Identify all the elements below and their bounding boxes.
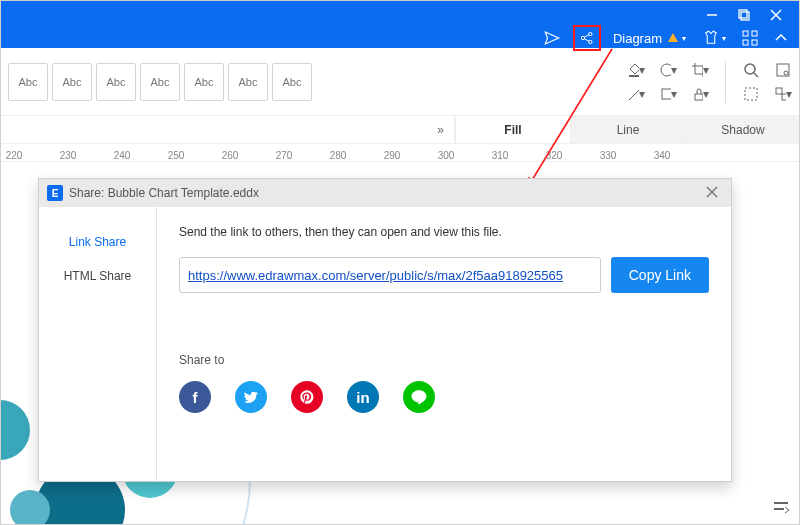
svg-point-28 <box>784 71 788 75</box>
sidebar-link-share[interactable]: Link Share <box>39 225 156 259</box>
line-icon[interactable] <box>403 381 435 413</box>
svg-rect-6 <box>739 10 747 18</box>
social-row: f in <box>179 381 709 413</box>
svg-marker-15 <box>668 33 678 42</box>
search-icon[interactable] <box>742 61 760 79</box>
dialog-header: E Share: Bubble Chart Template.eddx <box>39 179 731 207</box>
svg-rect-36 <box>774 508 784 510</box>
ruler-tick: 320 <box>544 150 564 161</box>
svg-line-26 <box>754 73 758 77</box>
svg-rect-18 <box>743 40 748 45</box>
svg-line-14 <box>584 39 589 42</box>
page-setup-icon[interactable] <box>772 497 790 515</box>
svg-point-12 <box>589 40 592 43</box>
share-link[interactable]: https://www.edrawmax.com/server/public/s… <box>188 268 563 283</box>
style-preset[interactable]: Abc <box>228 63 268 101</box>
ruler-tick: 300 <box>436 150 456 161</box>
screenshot-icon[interactable] <box>774 61 792 79</box>
ruler-tick: 330 <box>598 150 618 161</box>
style-preset[interactable]: Abc <box>52 63 92 101</box>
property-tabs: » Fill Line Shadow <box>0 116 800 144</box>
top-toolbar: Diagram ▾ ▾ <box>539 24 792 52</box>
style-preset[interactable]: Abc <box>184 63 224 101</box>
shape-icon[interactable]: ▾ <box>659 61 677 79</box>
collapse-icon[interactable] <box>770 25 792 51</box>
share-icon[interactable] <box>573 25 601 51</box>
chevron-down-icon: ▾ <box>722 34 726 43</box>
svg-point-1 <box>0 400 30 460</box>
close-button[interactable] <box>760 4 792 26</box>
svg-rect-17 <box>752 31 757 36</box>
svg-rect-20 <box>629 75 639 77</box>
style-preset[interactable]: Abc <box>96 63 136 101</box>
ruler-tick: 280 <box>328 150 348 161</box>
chevron-down-icon: ▾ <box>682 34 686 43</box>
ribbon: Abc Abc Abc Abc Abc Abc Abc ▾ ▾ ▾ ▾ ▾ ▾ … <box>0 48 800 116</box>
svg-point-25 <box>745 64 755 74</box>
linkedin-icon[interactable]: in <box>347 381 379 413</box>
twitter-icon[interactable] <box>235 381 267 413</box>
tab-shadow[interactable]: Shadow <box>685 116 800 143</box>
share-hint: Send the link to others, then they can o… <box>179 225 709 239</box>
svg-rect-23 <box>662 89 671 99</box>
dialog-close-button[interactable] <box>701 186 723 201</box>
svg-line-13 <box>584 35 589 38</box>
svg-point-21 <box>661 64 671 76</box>
expand-panel-icon[interactable]: » <box>427 116 455 143</box>
ruler-tick: 260 <box>220 150 240 161</box>
tab-line[interactable]: Line <box>570 116 685 143</box>
svg-line-22 <box>629 88 639 100</box>
sidebar-html-share[interactable]: HTML Share <box>39 259 156 293</box>
group-icon[interactable]: ▾ <box>774 85 792 103</box>
lock-icon[interactable]: ▾ <box>691 85 709 103</box>
separator <box>725 61 726 103</box>
style-preset[interactable]: Abc <box>140 63 180 101</box>
share-link-field[interactable]: https://www.edrawmax.com/server/public/s… <box>179 257 601 293</box>
style-preset[interactable]: Abc <box>272 63 312 101</box>
crop-icon[interactable]: ▾ <box>691 61 709 79</box>
copy-link-button[interactable]: Copy Link <box>611 257 709 293</box>
ruler-tick: 230 <box>58 150 78 161</box>
ruler-tick: 250 <box>166 150 186 161</box>
box-icon[interactable]: ▾ <box>659 85 677 103</box>
diagram-menu[interactable]: Diagram ▾ <box>609 25 690 51</box>
line-icon[interactable]: ▾ <box>627 85 645 103</box>
ruler-tick: 270 <box>274 150 294 161</box>
ruler: 220 230 240 250 260 270 280 290 300 310 … <box>0 144 800 162</box>
ruler-tick: 310 <box>490 150 510 161</box>
apps-icon[interactable] <box>738 25 762 51</box>
app-logo-icon: E <box>47 185 63 201</box>
dialog-title: Share: Bubble Chart Template.eddx <box>69 186 701 200</box>
svg-rect-24 <box>695 94 703 100</box>
style-preset[interactable]: Abc <box>8 63 48 101</box>
ruler-tick: 340 <box>652 150 672 161</box>
fill-icon[interactable]: ▾ <box>627 61 645 79</box>
svg-rect-35 <box>774 502 788 504</box>
facebook-icon[interactable]: f <box>179 381 211 413</box>
shirt-icon[interactable]: ▾ <box>698 25 730 51</box>
pinterest-icon[interactable] <box>291 381 323 413</box>
share-to-label: Share to <box>179 353 709 367</box>
minimize-button[interactable] <box>696 4 728 26</box>
ruler-tick: 220 <box>4 150 24 161</box>
tab-fill[interactable]: Fill <box>455 116 570 143</box>
send-icon[interactable] <box>539 25 565 51</box>
share-dialog: E Share: Bubble Chart Template.eddx Link… <box>38 178 732 482</box>
ruler-tick: 290 <box>382 150 402 161</box>
dialog-sidebar: Link Share HTML Share <box>39 207 157 481</box>
svg-point-10 <box>581 36 584 39</box>
svg-rect-31 <box>782 94 786 100</box>
svg-rect-19 <box>752 40 757 45</box>
svg-point-11 <box>589 32 592 35</box>
maximize-button[interactable] <box>728 4 760 26</box>
svg-rect-30 <box>776 88 782 94</box>
svg-rect-7 <box>741 12 749 20</box>
svg-rect-29 <box>745 88 757 100</box>
statusbar-fragment <box>772 497 790 515</box>
dialog-main: Send the link to others, then they can o… <box>157 207 731 481</box>
select-icon[interactable] <box>742 85 760 103</box>
style-presets: Abc Abc Abc Abc Abc Abc Abc <box>8 63 312 101</box>
svg-rect-16 <box>743 31 748 36</box>
diagram-label: Diagram <box>613 31 662 46</box>
ruler-tick: 240 <box>112 150 132 161</box>
